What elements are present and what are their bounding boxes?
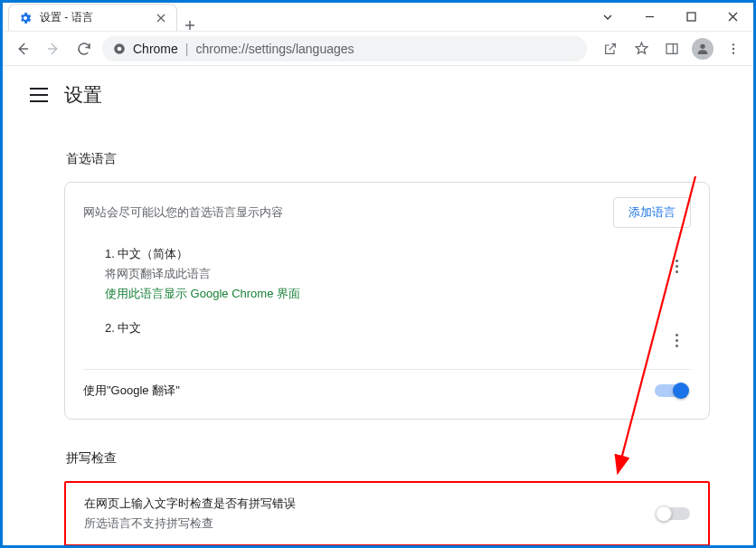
- omnibox-path: chrome://settings/languages: [195, 42, 354, 56]
- spellcheck-title: 在网页上输入文字时检查是否有拼写错误: [84, 496, 296, 512]
- language-sub: 将网页翻译成此语言: [105, 266, 300, 282]
- svg-point-6: [732, 43, 734, 45]
- profile-avatar[interactable]: [690, 36, 715, 61]
- preferred-languages-card: 网站会尽可能以您的首选语言显示内容 添加语言 1. 中文（简体） 将网页翻译成此…: [64, 182, 710, 420]
- language-name: 1. 中文（简体）: [105, 246, 300, 262]
- chrome-menu-icon[interactable]: [721, 36, 746, 61]
- language-item: 2. 中文: [83, 315, 691, 364]
- spellcheck-sub: 所选语言不支持拼写检查: [84, 515, 296, 532]
- settings-favicon: [18, 11, 33, 25]
- svg-point-7: [732, 47, 734, 49]
- window-dropdown-icon[interactable]: [587, 3, 628, 31]
- language-name: 2. 中文: [105, 320, 141, 336]
- share-icon[interactable]: [598, 36, 623, 61]
- tab-title: 设置 - 语言: [40, 10, 93, 25]
- page-title: 设置: [64, 82, 102, 108]
- window-minimize-button[interactable]: [628, 3, 670, 31]
- spellcheck-toggle[interactable]: [657, 507, 690, 520]
- back-button[interactable]: [10, 36, 35, 61]
- svg-point-2: [118, 46, 122, 51]
- forward-button[interactable]: [41, 36, 66, 61]
- svg-rect-0: [687, 13, 695, 21]
- language-note: 使用此语言显示 Google Chrome 界面: [105, 286, 300, 302]
- reload-button[interactable]: [71, 36, 97, 61]
- tab-close-icon[interactable]: [155, 12, 167, 24]
- spellcheck-section-title: 拼写检查: [66, 450, 710, 467]
- preferred-languages-description: 网站会尽可能以您的首选语言显示内容: [83, 204, 283, 221]
- omnibox-host: Chrome: [133, 42, 178, 56]
- language-item: 1. 中文（简体） 将网页翻译成此语言 使用此语言显示 Google Chrom…: [83, 241, 691, 315]
- svg-point-8: [732, 52, 734, 53]
- language-more-icon[interactable]: [666, 329, 687, 351]
- svg-rect-3: [666, 43, 677, 53]
- chrome-logo-icon: [113, 43, 126, 55]
- window-close-button[interactable]: [712, 3, 753, 31]
- language-more-icon[interactable]: [666, 255, 687, 277]
- browser-tab[interactable]: 设置 - 语言: [8, 4, 177, 31]
- preferred-languages-title: 首选语言: [66, 151, 710, 167]
- google-translate-toggle[interactable]: [655, 384, 687, 397]
- window-maximize-button[interactable]: [670, 3, 712, 31]
- side-panel-icon[interactable]: [659, 36, 685, 61]
- settings-menu-icon[interactable]: [30, 88, 48, 102]
- svg-point-5: [700, 43, 704, 48]
- add-language-button[interactable]: 添加语言: [613, 197, 691, 228]
- google-translate-label: 使用"Google 翻译": [83, 383, 180, 399]
- bookmark-star-icon[interactable]: [628, 36, 654, 61]
- spellcheck-card: 在网页上输入文字时检查是否有拼写错误 所选语言不支持拼写检查: [64, 481, 710, 545]
- address-bar[interactable]: Chrome | chrome://settings/languages: [102, 36, 587, 61]
- new-tab-button[interactable]: [177, 20, 203, 31]
